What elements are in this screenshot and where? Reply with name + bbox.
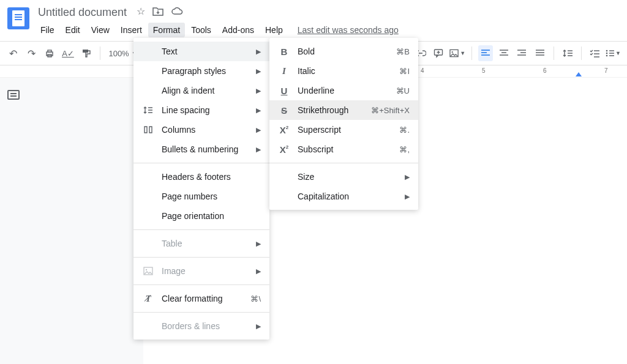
- menu-item-bold[interactable]: B Bold ⌘B: [269, 42, 418, 61]
- insert-image-button[interactable]: ▼: [449, 45, 465, 61]
- menu-item-underline[interactable]: U Underline ⌘U: [269, 81, 418, 100]
- undo-button[interactable]: ↶: [6, 45, 21, 61]
- line-spacing-button[interactable]: [560, 45, 575, 61]
- menu-item-subscript[interactable]: X2 Subscript ⌘,: [269, 139, 418, 159]
- redo-button[interactable]: ↷: [24, 45, 39, 61]
- menu-insert[interactable]: Insert: [116, 23, 147, 37]
- spellcheck-button[interactable]: A✓: [61, 45, 75, 61]
- menu-item-table: Table ▶: [133, 234, 269, 253]
- menubar: File Edit View Insert Format Tools Add-o…: [36, 23, 399, 37]
- menu-item-headers-footers[interactable]: Headers & footers: [133, 167, 269, 187]
- menu-item-superscript[interactable]: X2 Superscript ⌘.: [269, 120, 418, 139]
- align-center-button[interactable]: [497, 45, 511, 61]
- cloud-status-icon[interactable]: [171, 7, 183, 18]
- text-submenu-panel: B Bold ⌘B I Italic ⌘I U Underline ⌘U S S…: [269, 38, 418, 210]
- bulleted-list-button[interactable]: ▼: [606, 45, 621, 61]
- svg-point-8: [606, 53, 608, 54]
- menu-item-image: Image ▶: [133, 261, 269, 281]
- underline-icon: U: [278, 86, 290, 96]
- menu-item-align-indent[interactable]: Align & indent ▶: [133, 81, 269, 100]
- clear-format-icon: T: [142, 294, 154, 304]
- bold-icon: B: [278, 46, 290, 57]
- svg-point-11: [146, 269, 147, 270]
- print-button[interactable]: [42, 45, 57, 61]
- menu-item-italic[interactable]: I Italic ⌘I: [269, 61, 418, 81]
- menu-format[interactable]: Format: [148, 23, 185, 37]
- image-icon: [142, 266, 154, 276]
- menu-edit[interactable]: Edit: [61, 23, 85, 37]
- header: Untitled document ☆ File Edit View Inser…: [0, 0, 627, 37]
- svg-rect-1: [48, 50, 51, 52]
- outline-toggle-icon[interactable]: [7, 90, 20, 100]
- checklist-button[interactable]: [587, 45, 602, 61]
- docs-logo[interactable]: [7, 7, 29, 29]
- menu-item-columns[interactable]: Columns ▶: [133, 120, 269, 139]
- menu-addons[interactable]: Add-ons: [217, 23, 259, 37]
- menu-item-bullets-numbering[interactable]: Bullets & numbering ▶: [133, 139, 269, 159]
- menu-item-strikethrough[interactable]: S Strikethrough ⌘+Shift+X: [269, 100, 418, 120]
- superscript-icon: X2: [278, 125, 290, 135]
- svg-rect-3: [83, 50, 88, 53]
- star-icon[interactable]: ☆: [137, 7, 145, 18]
- menu-item-paragraph-styles[interactable]: Paragraph styles ▶: [133, 61, 269, 81]
- menu-item-line-spacing[interactable]: Line spacing ▶: [133, 100, 269, 120]
- menu-item-page-orientation[interactable]: Page orientation: [133, 206, 269, 226]
- align-left-button[interactable]: [478, 45, 493, 61]
- svg-point-6: [452, 51, 453, 53]
- menu-help[interactable]: Help: [260, 23, 288, 37]
- menu-item-capitalization[interactable]: Capitalization ▶: [269, 187, 418, 206]
- doc-title[interactable]: Untitled document: [36, 5, 129, 20]
- menu-item-text[interactable]: Text ▶: [133, 42, 269, 61]
- line-spacing-icon: [142, 105, 154, 115]
- strikethrough-icon: S: [278, 105, 290, 116]
- svg-point-7: [606, 50, 608, 52]
- svg-point-9: [606, 55, 608, 57]
- subscript-icon: X2: [278, 144, 290, 155]
- align-justify-button[interactable]: [533, 45, 547, 61]
- menu-item-size[interactable]: Size ▶: [269, 167, 418, 187]
- menu-file[interactable]: File: [36, 23, 59, 37]
- menu-item-page-numbers[interactable]: Page numbers: [133, 187, 269, 206]
- menu-tools[interactable]: Tools: [186, 23, 216, 37]
- italic-icon: I: [278, 66, 290, 76]
- columns-icon: [142, 125, 154, 135]
- menu-view[interactable]: View: [86, 23, 115, 37]
- format-menu-panel: Text ▶ Paragraph styles ▶ Align & indent…: [133, 38, 269, 340]
- move-icon[interactable]: [152, 7, 163, 18]
- paint-format-button[interactable]: [79, 45, 94, 61]
- submenu-arrow-icon: ▶: [256, 48, 261, 56]
- ruler-right-indent-marker[interactable]: [576, 72, 582, 76]
- add-comment-button[interactable]: [431, 45, 446, 61]
- menu-item-clear-formatting[interactable]: T Clear formatting ⌘\: [133, 289, 269, 308]
- last-edit-link[interactable]: Last edit was seconds ago: [298, 25, 399, 35]
- align-right-button[interactable]: [514, 45, 529, 61]
- menu-item-borders-lines: Borders & lines ▶: [133, 316, 269, 336]
